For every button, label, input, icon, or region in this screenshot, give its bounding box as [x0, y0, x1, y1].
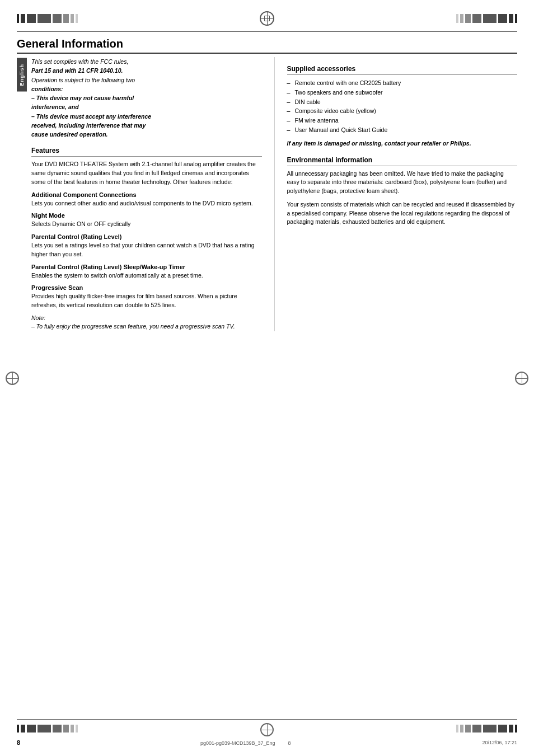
- feature-item-3: Parental Control (Rating Level) Lets you…: [31, 233, 262, 259]
- list-item: –Two speakers and one subwoofer: [287, 88, 518, 97]
- feature-title-4: Parental Control (Rating Level) Sleep/Wa…: [31, 264, 262, 270]
- features-intro: Your DVD MICRO THEATRE System with 2.1-c…: [31, 160, 262, 186]
- left-column: This set complies with the FCC rules, Pa…: [31, 57, 275, 331]
- features-section: Features Your DVD MICRO THEATRE System w…: [31, 147, 262, 331]
- feature-desc-5: Provides high quality flicker-free image…: [31, 292, 262, 310]
- footer-date: 20/12/06, 17:21: [482, 740, 517, 745]
- page-title: General Information: [17, 37, 123, 50]
- footer-file: pg001-pg039-MCD139B_37_Eng: [200, 740, 275, 746]
- language-tab: English: [17, 58, 27, 92]
- feature-item-5: Progressive Scan Provides high quality f…: [31, 284, 262, 310]
- right-column: Supplied accessories –Remote control wit…: [275, 57, 518, 331]
- environmental-heading: Environmental information: [287, 156, 518, 166]
- contact-text: If any item is damaged or missing, conta…: [287, 139, 518, 148]
- environmental-para2: Your system consists of materials which …: [287, 200, 518, 227]
- environmental-para1: All unnecessary packaging has been omitt…: [287, 170, 518, 196]
- features-heading: Features: [31, 147, 262, 157]
- feature-desc-1: Lets you connect other audio and audio/v…: [31, 199, 262, 208]
- feature-desc-3: Lets you set a ratings level so that you…: [31, 241, 262, 259]
- accessories-list: –Remote control with one CR2025 battery …: [287, 78, 518, 135]
- list-item: –FM wire antenna: [287, 116, 518, 125]
- list-item: –Remote control with one CR2025 battery: [287, 78, 518, 88]
- feature-item-4: Parental Control (Rating Level) Sleep/Wa…: [31, 264, 262, 280]
- note-text: – To fully enjoy the progressive scan fe…: [31, 322, 262, 331]
- environmental-section: Environmental information All unnecessar…: [287, 156, 518, 227]
- feature-title-3: Parental Control (Rating Level): [31, 233, 262, 240]
- list-item: –DIN cable: [287, 97, 518, 107]
- feature-item-1: Additional Component Connections Lets yo…: [31, 191, 262, 208]
- feature-title-1: Additional Component Connections: [31, 191, 262, 198]
- list-item: –User Manual and Quick Start Guide: [287, 125, 518, 135]
- note-label: Note:: [31, 314, 262, 321]
- feature-desc-4: Enables the system to switch on/off auto…: [31, 271, 262, 280]
- feature-title-5: Progressive Scan: [31, 284, 262, 291]
- feature-desc-2: Selects Dynamic ON or OFF cyclically: [31, 220, 262, 229]
- list-item: –Composite video cable (yellow): [287, 106, 518, 116]
- footer-page-num: 8: [288, 740, 291, 746]
- feature-title-2: Night Mode: [31, 212, 262, 219]
- intro-block: This set complies with the FCC rules, Pa…: [31, 57, 262, 139]
- supplied-accessories-heading: Supplied accessories: [287, 65, 518, 75]
- feature-item-2: Night Mode Selects Dynamic ON or OFF cyc…: [31, 212, 262, 229]
- supplied-accessories-section: Supplied accessories –Remote control wit…: [287, 65, 518, 148]
